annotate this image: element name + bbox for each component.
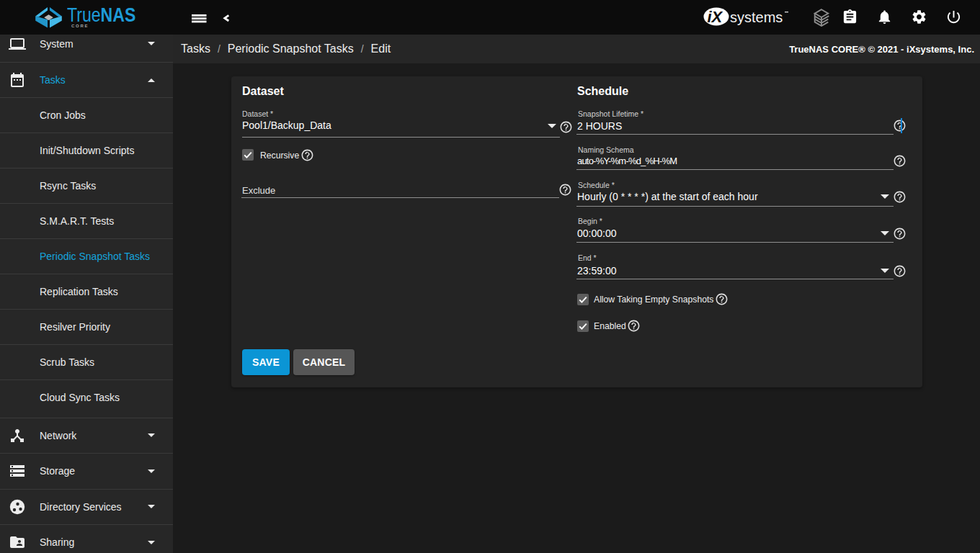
svg-text:iX: iX [708, 8, 723, 26]
svg-text:systems: systems [730, 9, 783, 25]
